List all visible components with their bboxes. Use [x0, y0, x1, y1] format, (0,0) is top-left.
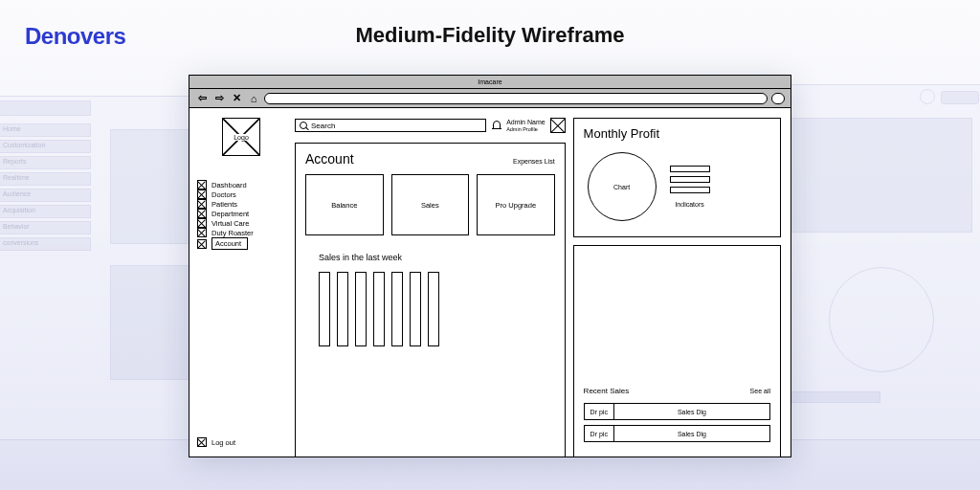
placeholder-icon [197, 180, 207, 189]
page-title: Medium-Fidelity Wireframe [0, 23, 980, 48]
recent-sales-row[interactable]: Dr picSales Dig [584, 425, 770, 442]
bell-icon[interactable] [492, 121, 501, 130]
account-card-pro-upgrade[interactable]: Pro Upgrade [477, 174, 555, 235]
app-logo: Logo [222, 118, 260, 156]
expenses-link[interactable]: Expenses List [513, 158, 555, 165]
ghost-nav-item: Realtime [0, 172, 91, 186]
back-icon[interactable]: ⇦ [195, 92, 209, 105]
bar [355, 272, 367, 346]
sidebar-item-label: Duty Roaster [212, 229, 254, 237]
sidebar-item-label: Account [212, 237, 248, 250]
window-titlebar: Imacare [189, 76, 791, 89]
search-placeholder: Search [311, 122, 335, 130]
wireframe-window: Imacare ⇦ ⇨ ✕ ⌂ Logo DashboardDoctorsPat… [189, 75, 791, 457]
sidebar-item-label: Dashboard [212, 181, 247, 189]
recent-sales-row[interactable]: Dr picSales Dig [584, 403, 770, 420]
ghost-nav-item: Customization [0, 140, 91, 153]
sidebar-item-duty-roaster[interactable]: Duty Roaster [197, 228, 285, 237]
doctor-pic: Dr pic [585, 404, 614, 419]
admin-name: Admin Name [506, 119, 545, 126]
forward-icon[interactable]: ⇨ [212, 92, 226, 105]
close-icon[interactable]: ✕ [230, 92, 243, 105]
placeholder-icon [197, 209, 207, 218]
account-title: Account [305, 151, 354, 167]
ghost-wireframe-right [770, 84, 980, 440]
placeholder-icon [197, 199, 207, 209]
bar [410, 272, 421, 346]
bar [391, 272, 403, 346]
ghost-nav-item: Behavior [0, 221, 91, 234]
indicators: Indicators [670, 166, 710, 208]
account-card-balance[interactable]: Balance [305, 174, 384, 235]
ghost-nav-item: Acquisition [0, 205, 91, 218]
sidebar: Logo DashboardDoctorsPatientsDepartmentV… [189, 108, 293, 457]
doctor-pic: Dr pic [585, 426, 614, 441]
placeholder-icon [197, 189, 207, 199]
bar [428, 272, 439, 346]
ghost-wireframe-left: HomeCustomizationReportsRealtimeAudience… [0, 96, 210, 440]
account-panel: Account Expenses List BalanceSalesPro Up… [295, 143, 566, 457]
indicators-label: Indicators [675, 201, 703, 208]
chart-icon: Chart [588, 152, 657, 221]
monthly-profit-panel: Monthly Profit Chart Indicators [573, 118, 781, 237]
recent-sales-panel: Recent Sales See all Dr picSales DigDr p… [573, 245, 781, 457]
sidebar-item-logout[interactable]: Log out [197, 437, 285, 447]
sales-label: Sales Dig [614, 431, 769, 437]
sidebar-item-doctors[interactable]: Doctors [197, 189, 285, 199]
search-icon [300, 122, 307, 129]
ghost-nav-item: conversions [0, 237, 91, 251]
bar [319, 272, 330, 346]
placeholder-icon [197, 218, 207, 228]
browser-chrome: ⇦ ⇨ ✕ ⌂ [189, 89, 791, 108]
placeholder-icon [197, 437, 207, 447]
bar [373, 272, 385, 346]
account-card-sales[interactable]: Sales [391, 174, 470, 235]
sidebar-item-dashboard[interactable]: Dashboard [197, 180, 285, 189]
search-input[interactable]: Search [295, 119, 486, 132]
ghost-nav-item: Reports [0, 156, 91, 169]
ghost-nav-item: Home [0, 123, 91, 137]
sidebar-item-label: Department [212, 210, 249, 218]
avatar[interactable] [550, 118, 566, 133]
placeholder-icon [197, 239, 207, 249]
url-bar[interactable] [264, 93, 768, 104]
admin-subtitle: Admin Profile [506, 126, 545, 132]
ghost-nav-item: Audience [0, 189, 91, 202]
home-icon[interactable]: ⌂ [247, 92, 260, 105]
sidebar-item-patients[interactable]: Patients [197, 199, 285, 209]
sidebar-item-department[interactable]: Department [197, 209, 285, 218]
placeholder-icon [197, 228, 207, 237]
sales-chart-title: Sales in the last week [319, 253, 555, 262]
bar [337, 272, 348, 346]
search-pill-icon[interactable] [771, 93, 785, 104]
see-all-link[interactable]: See all [750, 388, 770, 394]
recent-sales-title: Recent Sales [584, 387, 630, 395]
sidebar-item-label: Virtual Care [212, 219, 249, 228]
monthly-profit-title: Monthly Profit [584, 126, 659, 141]
sidebar-item-virtual-care[interactable]: Virtual Care [197, 218, 285, 228]
sidebar-item-account[interactable]: Account [197, 237, 285, 250]
sales-label: Sales Dig [614, 409, 769, 415]
sales-bar-chart [305, 272, 555, 346]
sidebar-item-label: Doctors [212, 190, 236, 199]
sidebar-item-label: Log out [212, 438, 235, 447]
sidebar-item-label: Patients [212, 200, 237, 209]
